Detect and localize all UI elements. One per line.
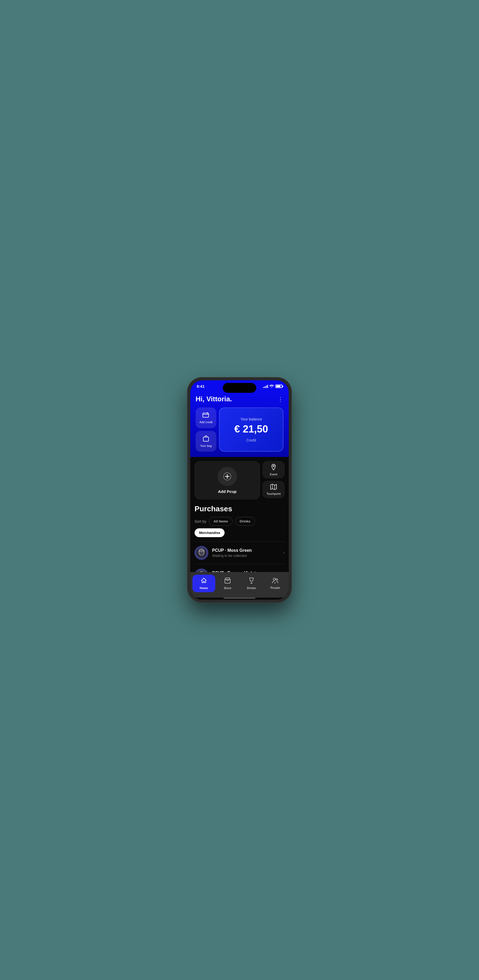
nav-people[interactable]: People xyxy=(264,575,287,592)
your-bag-label: Your bag xyxy=(200,444,212,447)
nav-store-label: Store xyxy=(224,586,231,590)
svg-point-27 xyxy=(276,579,278,580)
purchase-info-0: PCUP · Moss Green Waiting to be collecte… xyxy=(212,548,283,558)
phone-frame: 9:41 xyxy=(187,378,291,602)
header: Hi, Vittoria. ⋮ Add cr xyxy=(190,391,289,457)
action-row: Add Pcup Event xyxy=(195,461,284,499)
add-credit-button[interactable]: Add credit xyxy=(195,407,216,428)
home-indicator xyxy=(190,598,289,600)
quick-actions: Add credit Your bag Your balance xyxy=(195,407,284,452)
svg-point-12 xyxy=(199,549,204,555)
drinks-icon xyxy=(249,578,254,585)
credit-card-icon xyxy=(203,412,209,419)
event-button[interactable]: Event xyxy=(263,461,284,478)
nav-drinks[interactable]: Drinks xyxy=(240,575,263,592)
signal-icon xyxy=(263,385,268,388)
screen: 9:41 xyxy=(190,380,289,600)
svg-point-8 xyxy=(273,465,274,466)
purchase-avatar-1 xyxy=(195,568,208,572)
map-icon xyxy=(270,484,277,491)
add-credit-label: Add credit xyxy=(199,420,213,424)
svg-point-13 xyxy=(199,550,204,552)
filter-merchandise[interactable]: Merchandise xyxy=(195,528,225,537)
balance-card[interactable]: Your balance € 21,50 Credit xyxy=(219,407,284,452)
store-icon xyxy=(224,578,231,585)
menu-button[interactable]: ⋮ xyxy=(278,396,284,402)
status-time: 9:41 xyxy=(197,384,205,388)
svg-rect-4 xyxy=(203,437,209,441)
status-icons xyxy=(263,384,282,388)
nav-store[interactable]: Store xyxy=(216,575,239,592)
balance-amount: € 21,50 xyxy=(235,423,268,435)
bottom-nav: Home Store xyxy=(190,572,289,598)
add-pcup-circle xyxy=(218,467,237,486)
svg-point-26 xyxy=(273,578,275,580)
purchases-title: Purchases xyxy=(195,504,284,513)
filter-all-items[interactable]: All Items xyxy=(209,517,232,526)
sort-label: Sort by xyxy=(195,519,206,523)
battery-icon xyxy=(275,385,282,388)
svg-rect-0 xyxy=(203,413,209,417)
bag-icon xyxy=(203,435,209,443)
nav-drinks-label: Drinks xyxy=(247,586,256,590)
purchase-status-0: Waiting to be collected xyxy=(212,554,283,558)
your-bag-button[interactable]: Your bag xyxy=(195,431,216,452)
purchase-name-0: PCUP · Moss Green xyxy=(212,548,283,553)
purchases-section: Purchases Sort by All Items Drinks Merch… xyxy=(195,504,284,572)
filter-drinks[interactable]: Drinks xyxy=(235,517,255,526)
left-buttons: Add credit Your bag xyxy=(195,407,216,452)
nav-home[interactable]: Home xyxy=(192,575,215,592)
wifi-icon xyxy=(270,384,274,388)
dynamic-island xyxy=(223,383,256,393)
touchpoint-button[interactable]: Touchpoint xyxy=(263,481,284,498)
chevron-right-icon-0: › xyxy=(283,550,284,555)
purchase-item[interactable]: PCUP · Moss Green Waiting to be collecte… xyxy=(195,542,284,564)
purchase-item-1[interactable]: PCUP · Dreamy Violet Waiting to be colle… xyxy=(195,564,284,572)
people-icon xyxy=(272,578,279,585)
right-buttons: Event Touchpoint xyxy=(263,461,284,499)
svg-rect-14 xyxy=(200,554,203,555)
add-pcup-label: Add Pcup xyxy=(218,489,236,494)
greeting-text: Hi, Vittoria. xyxy=(195,395,232,403)
svg-rect-23 xyxy=(225,579,230,583)
sort-row: Sort by All Items Drinks Merchandise xyxy=(195,517,284,537)
location-icon xyxy=(271,464,276,472)
header-top: Hi, Vittoria. ⋮ xyxy=(195,395,284,403)
nav-people-label: People xyxy=(270,586,280,589)
main-content: Add Pcup Event xyxy=(190,457,289,572)
event-label: Event xyxy=(270,473,277,476)
purchase-avatar-0 xyxy=(195,546,208,560)
add-pcup-card[interactable]: Add Pcup xyxy=(195,461,260,499)
purchase-list: PCUP · Moss Green Waiting to be collecte… xyxy=(195,541,284,572)
touchpoint-label: Touchpoint xyxy=(266,492,281,495)
home-bar xyxy=(224,598,255,599)
balance-type: Credit xyxy=(246,438,256,442)
balance-label: Your balance xyxy=(240,417,262,421)
home-icon xyxy=(201,578,207,585)
nav-home-label: Home xyxy=(200,586,208,590)
